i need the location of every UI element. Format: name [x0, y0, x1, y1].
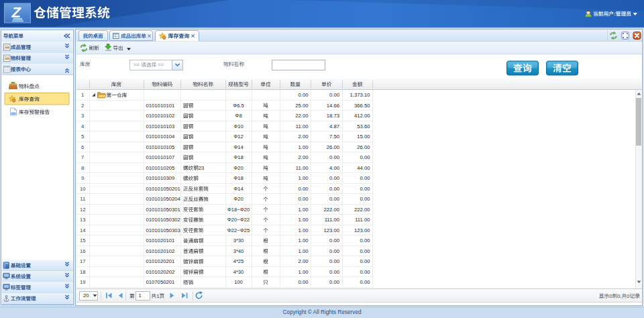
svg-text:12: 12 [80, 207, 86, 213]
svg-text:1: 1 [139, 293, 142, 299]
svg-text:222.00: 222.00 [354, 207, 370, 213]
svg-text:==: == [133, 62, 141, 68]
svg-text:Φ6.5: Φ6.5 [233, 103, 244, 109]
svg-text:Φ20: Φ20 [233, 165, 244, 171]
svg-text:22.00: 22.00 [295, 113, 308, 119]
svg-text:19: 19 [80, 279, 86, 285]
svg-text:11: 11 [80, 196, 85, 202]
svg-text:14: 14 [80, 227, 86, 233]
svg-text:Φ12: Φ12 [233, 134, 244, 140]
svg-text:1.00: 1.00 [299, 227, 309, 233]
svg-text:Φ10: Φ10 [233, 123, 244, 129]
svg-text:Φ18: Φ18 [233, 154, 244, 160]
svg-text::: : [614, 11, 616, 17]
svg-text:1.00: 1.00 [299, 269, 309, 275]
svg-text:0101010205: 0101010205 [146, 165, 175, 171]
svg-text:Φ22~Φ25: Φ22~Φ25 [227, 227, 250, 233]
svg-text:11.00: 11.00 [296, 165, 309, 171]
svg-text:111.00: 111.00 [355, 217, 370, 223]
svg-text:16: 16 [80, 248, 86, 254]
svg-text:0101020101: 0101020101 [146, 237, 175, 244]
svg-text:18: 18 [80, 269, 86, 275]
svg-text:0.00: 0.00 [329, 154, 339, 160]
svg-text:18.73: 18.73 [327, 113, 339, 119]
svg-text:0.00: 0.00 [360, 258, 370, 264]
svg-text:25.00: 25.00 [295, 103, 308, 109]
svg-text:0.00: 0.00 [299, 196, 309, 202]
svg-text:4: 4 [81, 123, 85, 129]
svg-text:123.00: 123.00 [354, 227, 370, 233]
svg-text:0.00: 0.00 [360, 175, 370, 181]
svg-text:412.00: 412.00 [354, 113, 370, 119]
svg-text:Φ18~Φ20: Φ18~Φ20 [227, 207, 250, 213]
svg-text:0.00: 0.00 [329, 186, 339, 192]
svg-text:1,373.10: 1,373.10 [350, 92, 370, 98]
svg-text:17: 17 [80, 258, 86, 264]
svg-text:3: 3 [81, 113, 84, 119]
svg-text:2.00: 2.00 [299, 154, 309, 160]
svg-text:0.00: 0.00 [329, 279, 339, 285]
svg-text:14.66: 14.66 [327, 103, 339, 109]
svg-text:0.00: 0.00 [360, 196, 370, 202]
svg-text:0.00: 0.00 [299, 92, 309, 98]
svg-text:4.87: 4.87 [329, 123, 339, 129]
svg-text:0101010103: 0101010103 [146, 123, 175, 129]
svg-text:11.00: 11.00 [296, 123, 309, 129]
svg-text:15: 15 [80, 237, 86, 244]
svg-text:1: 1 [81, 92, 84, 98]
svg-text:7.50: 7.50 [329, 134, 339, 140]
svg-text:0101010309: 0101010309 [146, 175, 175, 181]
svg-text:13: 13 [80, 217, 86, 223]
svg-text:2.00: 2.00 [299, 134, 309, 140]
svg-text:0: 0 [627, 293, 629, 299]
svg-text:0.00: 0.00 [329, 269, 339, 275]
svg-text:0101010102: 0101010102 [146, 113, 175, 119]
svg-text:0.00: 0.00 [329, 92, 339, 98]
svg-text:8: 8 [81, 165, 84, 171]
svg-text:0.00: 0.00 [329, 175, 339, 181]
svg-text:0.00: 0.00 [329, 248, 339, 254]
svg-text:0101010105: 0101010105 [146, 144, 175, 150]
svg-text:0.00: 0.00 [329, 258, 339, 264]
svg-text:5: 5 [81, 134, 84, 140]
svg-text:53.60: 53.60 [357, 123, 370, 129]
svg-text:0.00: 0.00 [360, 237, 370, 244]
svg-text:Φ8: Φ8 [235, 113, 241, 119]
svg-text:10: 10 [80, 186, 86, 192]
svg-text:4*25: 4*25 [233, 258, 244, 264]
svg-text:20: 20 [83, 293, 89, 299]
svg-text:111.00: 111.00 [325, 217, 339, 223]
svg-text:1.00: 1.00 [299, 144, 309, 150]
svg-text:0107050201: 0107050201 [146, 279, 175, 285]
svg-text:010101050201: 010101050201 [146, 186, 180, 192]
svg-text:1.00: 1.00 [299, 175, 309, 181]
svg-text:2.00: 2.00 [299, 258, 309, 264]
svg-text:0.00: 0.00 [329, 237, 339, 244]
svg-text:6: 6 [81, 144, 84, 150]
svg-text:23: 23 [199, 165, 204, 171]
svg-text:Φ14: Φ14 [233, 186, 244, 192]
svg-text:2: 2 [81, 103, 84, 109]
svg-text:4*30: 4*30 [233, 269, 244, 275]
svg-text:1.00: 1.00 [299, 237, 309, 244]
svg-text:3*30: 3*30 [233, 237, 244, 244]
svg-text:1.00: 1.00 [299, 207, 309, 213]
svg-text:3*40: 3*40 [233, 248, 244, 254]
svg-text:0: 0 [609, 293, 612, 299]
svg-text:Copyright © All Rights Reserve: Copyright © All Rights Reserved [282, 309, 362, 315]
svg-text:0.00: 0.00 [360, 269, 370, 275]
svg-text:010101050301: 010101050301 [146, 207, 180, 213]
svg-text:1: 1 [156, 293, 159, 299]
svg-text:0.00: 0.00 [360, 154, 370, 160]
svg-text:0.00: 0.00 [299, 279, 309, 285]
svg-text:0101020201: 0101020201 [146, 258, 175, 264]
svg-text:9: 9 [81, 175, 84, 181]
svg-text:7: 7 [81, 154, 84, 160]
svg-text:010101050302: 010101050302 [146, 217, 180, 223]
svg-text:0.00: 0.00 [360, 279, 370, 285]
svg-text:==: == [156, 62, 164, 68]
svg-text:0.00: 0.00 [329, 196, 339, 202]
svg-text:366.50: 366.50 [354, 103, 370, 109]
svg-text:Φ20~Φ22: Φ20~Φ22 [227, 217, 250, 223]
svg-text:0.00: 0.00 [360, 186, 370, 192]
